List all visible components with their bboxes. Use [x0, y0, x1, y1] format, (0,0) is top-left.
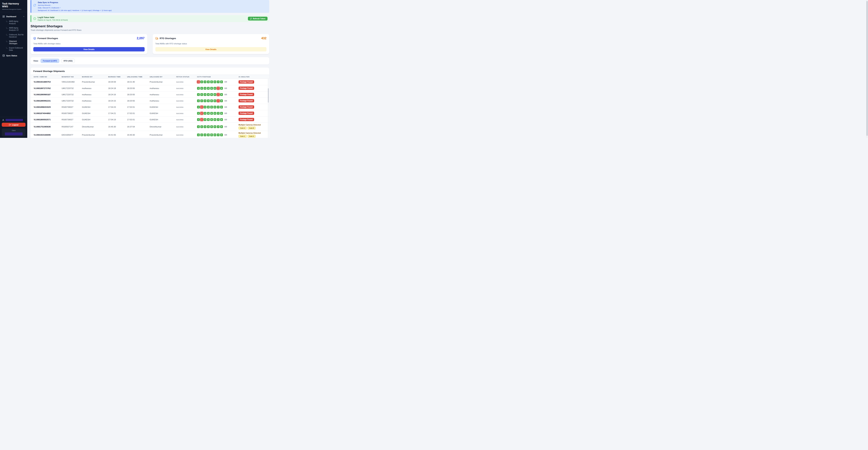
camera-8-badge[interactable]: 8: [220, 112, 223, 115]
camera-7-badge[interactable]: 7: [217, 100, 220, 102]
camera-5-badge[interactable]: 5: [210, 81, 213, 83]
camera-8-badge[interactable]: 8: [220, 125, 223, 128]
camera-2-badge[interactable]: 2: [200, 81, 203, 83]
camera-7-badge[interactable]: 7: [217, 81, 220, 83]
camera-2-badge[interactable]: 2: [200, 134, 203, 136]
table-scrollbar-thumb[interactable]: [268, 88, 269, 103]
logout-button[interactable]: Logout: [2, 123, 26, 127]
camera-5-badge[interactable]: 5: [210, 112, 213, 115]
camera-1-badge[interactable]: 1: [197, 134, 200, 136]
table-row: VL0081898203029RS00739027GUKESH17:04:231…: [31, 104, 269, 110]
camera-6-badge[interactable]: 6: [214, 87, 216, 90]
sidebar-item-shipment-shortages[interactable]: Shipment Shortages: [2, 39, 26, 46]
camera-4-badge[interactable]: 4: [207, 81, 210, 83]
camera-1-badge[interactable]: 1: [197, 106, 200, 109]
sidebar-item-dashboard[interactable]: Dashboard: [2, 14, 26, 19]
camera-8-badge[interactable]: 8: [220, 134, 223, 136]
camera-5-badge[interactable]: 5: [210, 125, 213, 128]
cam-8-chip[interactable]: Cam 8: [248, 126, 256, 130]
camera-1-badge[interactable]: 1: [197, 112, 200, 115]
column-header: DATE / AWB NO: [34, 76, 62, 78]
camera-3-badge[interactable]: 3: [204, 106, 207, 109]
camera-1-badge[interactable]: 1: [197, 118, 200, 121]
rto-view-details-button[interactable]: View Details: [155, 47, 267, 52]
camera-6-badge[interactable]: 6: [214, 106, 216, 109]
camera-8-badge[interactable]: 8: [220, 100, 223, 102]
camera-2-badge[interactable]: 2: [200, 106, 203, 109]
camera-4-badge[interactable]: 4: [207, 106, 210, 109]
camera-6-badge[interactable]: 6: [214, 93, 216, 96]
camera-6-badge[interactable]: 6: [214, 134, 216, 136]
cam-1-chip[interactable]: Cam 1: [239, 135, 247, 138]
camera-5-badge[interactable]: 5: [210, 87, 213, 90]
camera-8-badge[interactable]: 8: [220, 87, 223, 90]
refresh-token-button[interactable]: Refresh Token: [248, 17, 268, 21]
camera-7-badge[interactable]: 7: [217, 93, 220, 96]
camera-6-badge[interactable]: 6: [214, 112, 216, 115]
camera-6-badge[interactable]: 6: [214, 118, 216, 121]
summary-cards: Forward Shortages 2,097 Total AWBs with …: [31, 34, 269, 54]
camera-7-badge[interactable]: 7: [217, 112, 220, 115]
camera-6-badge[interactable]: 6: [214, 100, 216, 102]
sidebar-item-sync-status[interactable]: Sync Status: [2, 53, 26, 58]
fetch-status-cell: success: [176, 81, 197, 83]
camera-4-badge[interactable]: 4: [207, 93, 210, 96]
camera-8-badge[interactable]: 8: [220, 81, 223, 83]
camera-7-badge[interactable]: 7: [217, 87, 220, 90]
camera-8-badge[interactable]: 8: [220, 118, 223, 121]
camera-4-badge[interactable]: 4: [207, 100, 210, 102]
camera-3-badge[interactable]: 3: [204, 93, 207, 96]
view-rto-tab[interactable]: RTO (432): [61, 59, 75, 63]
camera-1-badge[interactable]: 1: [197, 100, 200, 102]
camera-3-badge[interactable]: 3: [204, 100, 207, 102]
camera-4-badge[interactable]: 4: [207, 118, 210, 121]
cam-3-chip[interactable]: Cam 3: [248, 135, 256, 138]
forward-view-details-button[interactable]: View Details: [33, 47, 145, 52]
camera-5-badge[interactable]: 5: [210, 134, 213, 136]
camera-4-badge[interactable]: 4: [207, 134, 210, 136]
camera-2-badge[interactable]: 2: [200, 87, 203, 90]
ai-analysis-cell: Footage Found: [239, 80, 269, 84]
camera-2-badge[interactable]: 2: [200, 93, 203, 96]
camera-3-badge[interactable]: 3: [204, 118, 207, 121]
camera-2-badge[interactable]: 2: [200, 118, 203, 121]
camera-4-badge[interactable]: 4: [207, 87, 210, 90]
camera-7-badge[interactable]: 7: [217, 125, 220, 128]
camera-3-badge[interactable]: 3: [204, 81, 207, 83]
camera-4-badge[interactable]: 4: [207, 125, 210, 128]
sidebar-item-awb-aging-analysis[interactable]: AWB Aging Analysis: [2, 19, 26, 26]
sidebar-item-awb-aging-analysis-v2[interactable]: AWB Aging Analysis V2: [2, 26, 26, 32]
table-vertical-scrollbar[interactable]: [268, 79, 269, 138]
camera-count: 8/8: [224, 100, 227, 102]
cam-4-chip[interactable]: Cam 4: [239, 126, 247, 130]
camera-5-badge[interactable]: 5: [210, 106, 213, 109]
camera-3-badge[interactable]: 3: [204, 125, 207, 128]
footage-found-badge: Footage Found: [239, 112, 254, 115]
camera-7-badge[interactable]: 7: [217, 106, 220, 109]
sidebar-item-export-outbound-data[interactable]: Export Outbound Data: [2, 46, 26, 52]
camera-8-badge[interactable]: 8: [220, 106, 223, 109]
camera-1-badge[interactable]: 1: [197, 93, 200, 96]
camera-6-badge[interactable]: 6: [214, 81, 216, 83]
camera-2-badge[interactable]: 2: [200, 125, 203, 128]
view-forward-tab[interactable]: Forward (2,097): [41, 59, 59, 63]
marked-time-cell: 17:04:21: [108, 112, 127, 114]
camera-7-badge[interactable]: 7: [217, 118, 220, 121]
camera-3-badge[interactable]: 3: [204, 112, 207, 115]
camera-1-badge[interactable]: 1: [197, 125, 200, 128]
camera-5-badge[interactable]: 5: [210, 100, 213, 102]
camera-3-badge[interactable]: 3: [204, 87, 207, 90]
camera-3-badge[interactable]: 3: [204, 134, 207, 136]
camera-6-badge[interactable]: 6: [214, 125, 216, 128]
camera-8-badge[interactable]: 8: [220, 93, 223, 96]
user-row: [2, 119, 26, 121]
camera-1-badge[interactable]: 1: [197, 87, 200, 90]
camera-5-badge[interactable]: 5: [210, 93, 213, 96]
camera-4-badge[interactable]: 4: [207, 112, 210, 115]
camera-2-badge[interactable]: 2: [200, 112, 203, 115]
camera-2-badge[interactable]: 2: [200, 100, 203, 102]
sidebar-item-outbound-but-no-handover[interactable]: Outbound, But No Handover: [2, 32, 26, 39]
camera-7-badge[interactable]: 7: [217, 134, 220, 136]
camera-1-badge[interactable]: 1: [197, 81, 200, 83]
camera-5-badge[interactable]: 5: [210, 118, 213, 121]
